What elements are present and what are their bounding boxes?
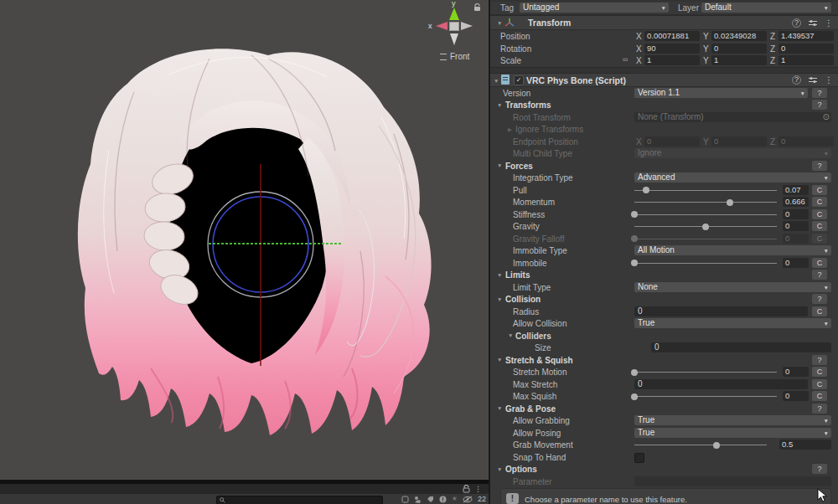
allow-grabbing-dropdown[interactable]: True▼ [634,415,831,425]
limits-section-row[interactable]: ▼ Limits ? [490,269,838,281]
help-button[interactable]: ? [812,88,827,98]
allow-collision-dropdown[interactable]: True▼ [634,318,831,328]
collision-section-row[interactable]: ▼ Collision ? [490,293,838,306]
rotation-y-field[interactable]: 0 [711,44,767,54]
gravity-slider[interactable] [634,226,777,227]
parameter-field[interactable] [634,476,831,486]
star-icon[interactable]: ★ [452,495,458,503]
right-axis-cone-icon[interactable] [461,22,473,30]
foldout-icon[interactable]: ▼ [497,466,502,472]
help-button[interactable]: ? [812,100,827,110]
tag-icon[interactable] [427,496,434,503]
immobile-value-field[interactable]: 0 [783,258,809,268]
momentum-value-field[interactable]: 0.666 [783,197,809,207]
help-button[interactable]: ? [812,404,827,414]
alert-icon[interactable] [439,496,447,503]
stiffness-slider[interactable] [634,214,777,215]
help-icon[interactable]: ? [792,18,801,28]
presets-icon[interactable] [809,76,817,84]
down-axis-cone-icon[interactable] [450,33,458,45]
grab-pose-section-row[interactable]: ▼ Grab & Pose ? [490,403,838,415]
root-transform-object-field[interactable]: None (Transform)⊙ [634,112,831,122]
ignore-transforms-row[interactable]: ▶ Ignore Transforms [490,123,838,136]
max-squish-value-field[interactable]: 0 [783,391,809,401]
curve-button[interactable]: C [812,367,827,377]
transform-component-header[interactable]: ▼ Transform ? ⋮ [490,15,838,30]
curve-button[interactable]: C [812,234,827,244]
kebab-menu-icon[interactable]: ⋮ [825,75,833,85]
rotation-x-field[interactable]: 90 [644,44,700,54]
search-input[interactable] [216,496,383,504]
curve-button[interactable]: C [812,209,827,219]
x-axis-cone-icon[interactable] [436,22,447,30]
foldout-icon[interactable]: ▼ [497,405,502,411]
scene-orientation-gizmo[interactable]: y x Front [426,0,488,67]
immobile-slider[interactable] [634,263,777,264]
slider-knob[interactable] [643,187,649,193]
presets-icon[interactable] [809,19,817,27]
foldout-icon[interactable]: ▼ [497,272,502,278]
component-enabled-checkbox[interactable]: ✓ [514,75,524,85]
gizmo-lock-icon[interactable] [473,3,481,12]
slider-knob[interactable] [631,260,638,266]
slider-knob[interactable] [631,393,638,400]
help-button[interactable]: ? [812,355,827,365]
curve-button[interactable]: C [812,379,827,389]
colliders-row[interactable]: ▼ Colliders [490,330,838,342]
gravity-falloff-slider[interactable] [634,239,777,239]
immobile-type-dropdown[interactable]: All Motion▼ [634,245,831,255]
y-axis-cone-icon[interactable] [449,8,459,20]
max-squish-slider[interactable] [634,396,777,397]
integration-type-dropdown[interactable]: Advanced▼ [634,172,831,183]
position-z-field[interactable]: 1.439537 [779,31,834,41]
slider-knob[interactable] [727,199,733,206]
stretch-motion-value-field[interactable]: 0 [783,367,809,377]
stretch-motion-slider[interactable] [634,372,777,373]
frame-icon[interactable] [401,496,409,503]
slider-knob[interactable] [702,224,709,230]
physbone-component-header[interactable]: ▼ ✓ VRC Phys Bone (Script) ? ⋮ [490,73,838,87]
help-button[interactable]: ? [812,270,827,280]
multi-child-type-dropdown[interactable]: Ignore▼ [634,148,831,158]
curve-button[interactable]: C [812,258,827,268]
curve-button[interactable]: C [812,221,827,231]
scale-y-field[interactable]: 1 [711,55,767,65]
link-scale-icon[interactable]: ∞ [623,55,628,64]
help-icon[interactable]: ? [792,75,801,85]
slider-knob[interactable] [631,369,638,376]
object-picker-icon[interactable]: ⊙ [823,112,830,122]
view-direction-button[interactable]: Front [440,52,469,61]
pull-slider[interactable] [634,190,777,191]
endpoint-x-field[interactable]: 0 [644,136,700,147]
help-button[interactable]: ? [812,161,827,171]
slider-knob[interactable] [631,235,638,242]
scene-viewport[interactable]: y x Front [0,0,489,480]
grab-movement-slider[interactable] [634,445,767,445]
layer-dropdown[interactable]: Default ▼ [701,3,831,13]
options-section-row[interactable]: ▼ Options ? [490,463,838,476]
curve-button[interactable]: C [812,197,827,207]
gravity-falloff-value-field[interactable]: 0 [783,234,809,244]
curve-button[interactable]: C [812,391,827,401]
scale-x-field[interactable]: 1 [644,55,700,65]
forces-section-row[interactable]: ▼ Forces ? [490,160,838,172]
position-x-field[interactable]: 0.00071881 [644,31,700,41]
limit-type-dropdown[interactable]: None▼ [634,282,831,292]
foldout-icon[interactable]: ▼ [497,102,502,108]
scale-z-field[interactable]: 1 [779,55,834,65]
stiffness-value-field[interactable]: 0 [783,209,809,219]
foldout-icon[interactable]: ▼ [508,332,513,338]
version-dropdown[interactable]: Version 1.1▼ [634,88,808,98]
snap-to-hand-checkbox[interactable] [634,453,644,463]
help-button[interactable]: ? [812,464,827,474]
slider-knob[interactable] [631,211,638,218]
figure-icon[interactable] [414,496,422,503]
panel-lock-icon[interactable] [463,485,470,493]
kebab-menu-icon[interactable]: ⋮ [825,18,833,28]
eye-hidden-icon[interactable] [463,496,473,503]
allow-posing-dropdown[interactable]: True▼ [634,428,831,438]
tag-dropdown[interactable]: Untagged ▼ [520,3,669,13]
foldout-icon[interactable]: ▼ [494,78,499,84]
momentum-slider[interactable] [634,202,777,203]
gravity-value-field[interactable]: 0 [783,221,809,231]
